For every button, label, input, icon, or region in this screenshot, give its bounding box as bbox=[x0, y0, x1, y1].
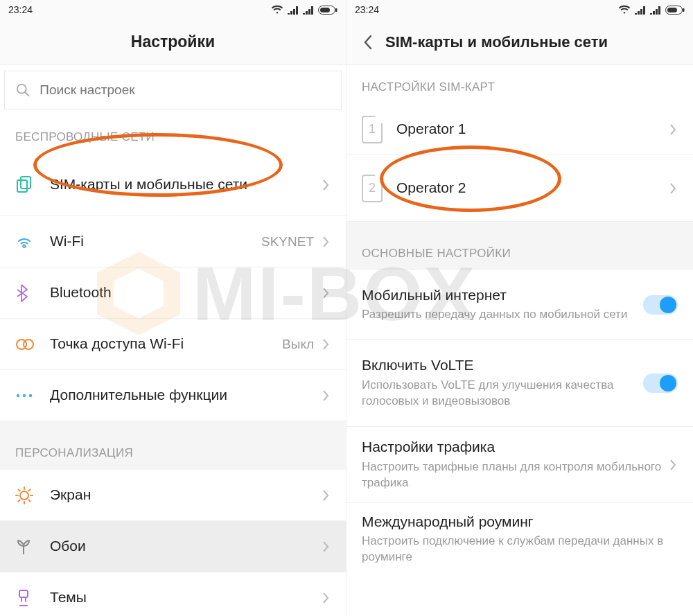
toggle-volte[interactable] bbox=[643, 373, 678, 393]
svg-point-9 bbox=[17, 394, 19, 396]
chevron-right-icon bbox=[668, 457, 678, 473]
row-label: Bluetooth bbox=[50, 283, 321, 301]
row-sublabel: Настроить подключение к службам передачи… bbox=[362, 534, 678, 565]
svg-rect-21 bbox=[19, 590, 28, 597]
back-button[interactable] bbox=[359, 33, 377, 51]
row-label: SIM-карты и мобильные сети bbox=[50, 175, 286, 193]
svg-line-4 bbox=[25, 92, 28, 96]
row-sublabel: Использовать VoLTE для улучшения качеств… bbox=[362, 378, 643, 410]
sun-icon bbox=[15, 486, 33, 504]
row-label: Точка доступа Wi-Fi bbox=[50, 335, 282, 353]
chevron-right-icon bbox=[321, 590, 331, 606]
sim-icon bbox=[15, 176, 33, 194]
chevron-right-icon bbox=[321, 387, 331, 404]
section-personalization: ПЕРСОНАЛИЗАЦИЯ bbox=[0, 428, 346, 470]
signal-icon bbox=[303, 6, 314, 15]
battery-icon bbox=[665, 6, 685, 15]
signal-icon bbox=[635, 6, 646, 15]
chevron-right-icon bbox=[321, 336, 331, 353]
row-label: Operator 2 bbox=[396, 179, 668, 197]
svg-line-20 bbox=[19, 500, 20, 501]
search-input[interactable] bbox=[40, 82, 330, 98]
page-title: SIM-карты и мобильные сети bbox=[385, 33, 608, 51]
svg-point-12 bbox=[20, 491, 28, 500]
row-bluetooth[interactable]: Bluetooth bbox=[0, 267, 346, 319]
signal-icon bbox=[288, 6, 299, 15]
svg-line-19 bbox=[29, 489, 30, 491]
status-bar: 23:24 bbox=[346, 0, 693, 19]
svg-line-18 bbox=[29, 500, 30, 501]
row-label: Мобильный интернет bbox=[362, 286, 643, 304]
battery-icon bbox=[318, 6, 337, 15]
clock: 23:24 bbox=[355, 4, 379, 15]
row-sublabel: Разрешить передачу данных по мобильной с… bbox=[362, 307, 643, 323]
svg-point-8 bbox=[24, 340, 33, 349]
clock: 23:24 bbox=[8, 4, 33, 15]
row-label: Международный роуминг bbox=[362, 513, 678, 531]
row-sim-networks[interactable]: SIM-карты и мобильные сети bbox=[0, 154, 346, 216]
chevron-right-icon bbox=[321, 234, 331, 250]
page-title: Настройки bbox=[131, 33, 215, 51]
svg-rect-1 bbox=[335, 8, 337, 12]
status-bar: 23:24 bbox=[0, 0, 346, 19]
svg-rect-5 bbox=[17, 180, 27, 192]
svg-rect-6 bbox=[21, 177, 30, 188]
row-screen[interactable]: Экран bbox=[0, 470, 346, 521]
chevron-right-icon bbox=[321, 285, 331, 301]
row-label: Дополнительные функции bbox=[50, 386, 321, 404]
svg-line-17 bbox=[19, 489, 20, 491]
wifi-icon bbox=[15, 235, 33, 249]
wifi-icon bbox=[618, 5, 631, 15]
row-volte[interactable]: Включить VoLTE Использовать VoLTE для ул… bbox=[346, 340, 693, 427]
row-operator-1[interactable]: 1 Operator 1 bbox=[346, 104, 693, 155]
row-roaming[interactable]: Международный роуминг Настроить подключе… bbox=[346, 503, 693, 575]
row-hotspot[interactable]: Точка доступа Wi-Fi Выкл bbox=[0, 319, 346, 370]
svg-rect-2 bbox=[320, 8, 330, 12]
section-main: ОСНОВНЫЕ НАСТРОЙКИ bbox=[346, 229, 693, 270]
chevron-right-icon bbox=[321, 538, 331, 555]
toggle-mobile-data[interactable] bbox=[643, 295, 678, 315]
row-mobile-data[interactable]: Мобильный интернет Разрешить передачу да… bbox=[346, 270, 693, 340]
row-themes[interactable]: Темы bbox=[0, 572, 346, 616]
row-label: Wi-Fi bbox=[50, 232, 261, 250]
row-value: Выкл bbox=[282, 337, 314, 352]
tulip-icon bbox=[15, 538, 32, 556]
chevron-right-icon bbox=[321, 177, 331, 193]
chevron-right-icon bbox=[668, 121, 678, 138]
row-label: Обои bbox=[50, 537, 321, 555]
svg-point-10 bbox=[23, 394, 26, 396]
row-traffic[interactable]: Настройки трафика Настроить тарифные пла… bbox=[346, 427, 693, 503]
row-label: Темы bbox=[50, 588, 321, 606]
search-icon bbox=[16, 82, 30, 98]
row-operator-2[interactable]: 2 Operator 2 bbox=[346, 155, 693, 222]
row-label: Настройки трафика bbox=[362, 438, 668, 456]
row-more[interactable]: Дополнительные функции bbox=[0, 370, 346, 421]
section-wireless: БЕСПРОВОДНЫЕ СЕТИ bbox=[0, 109, 346, 154]
row-label: Экран bbox=[50, 486, 321, 504]
row-label: Operator 1 bbox=[396, 120, 668, 138]
brush-icon bbox=[15, 589, 32, 607]
row-value: SKYNET bbox=[261, 234, 314, 249]
hotspot-icon bbox=[15, 338, 35, 351]
svg-point-11 bbox=[29, 394, 32, 396]
chevron-right-icon bbox=[321, 487, 331, 504]
header: SIM-карты и мобильные сети bbox=[346, 19, 693, 65]
section-sim: НАСТРОЙКИ SIM-КАРТ bbox=[346, 65, 693, 104]
header: Настройки bbox=[0, 19, 346, 65]
svg-rect-23 bbox=[683, 8, 685, 12]
row-label: Включить VoLTE bbox=[362, 356, 643, 374]
sim2-icon: 2 bbox=[362, 175, 383, 202]
svg-rect-24 bbox=[667, 8, 677, 12]
bluetooth-icon bbox=[15, 284, 28, 302]
row-sublabel: Настроить тарифные планы для контроля мо… bbox=[362, 459, 668, 491]
chevron-right-icon bbox=[668, 180, 678, 197]
more-icon bbox=[15, 393, 33, 398]
sim1-icon: 1 bbox=[362, 116, 383, 143]
row-wifi[interactable]: Wi-Fi SKYNET bbox=[0, 216, 346, 267]
wifi-icon bbox=[271, 5, 283, 15]
signal-icon bbox=[650, 6, 661, 15]
phone-sim-settings: 23:24 SIM-карты и мобильные сети НАСТРОЙ… bbox=[346, 0, 693, 616]
phone-settings: 23:24 Настройки БЕСПРОВОДНЫЕ СЕТИ SIM-ка… bbox=[0, 0, 346, 616]
row-wallpaper[interactable]: Обои bbox=[0, 521, 346, 572]
search-box[interactable] bbox=[4, 71, 342, 109]
